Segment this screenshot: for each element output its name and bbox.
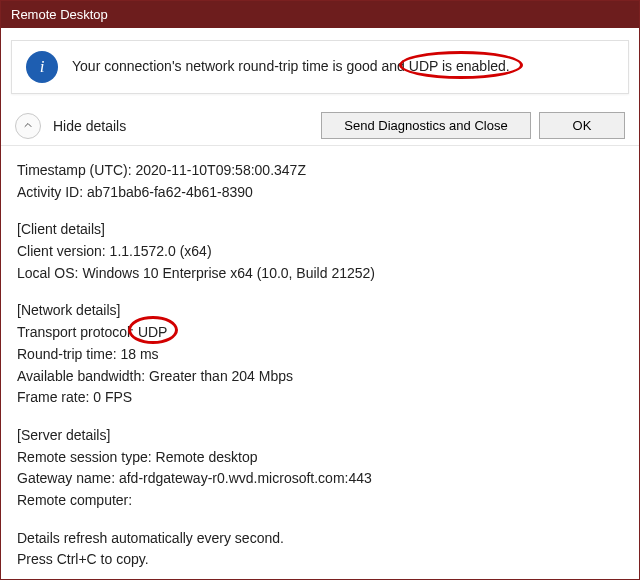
transport-protocol-label: Transport protocol: <box>17 324 138 340</box>
frame-rate-label: Frame rate: <box>17 389 93 405</box>
info-icon-glyph: i <box>40 57 45 77</box>
server-details-header: [Server details] <box>17 425 623 447</box>
network-details-header: [Network details] <box>17 300 623 322</box>
info-banner: i Your connection's network round-trip t… <box>11 40 629 94</box>
ok-button[interactable]: OK <box>539 112 625 139</box>
round-trip-time-label: Round-trip time: <box>17 346 120 362</box>
banner-text: Your connection's network round-trip tim… <box>72 57 510 77</box>
banner-text-highlight: UDP is enabled. <box>409 58 510 74</box>
details-pane: Timestamp (UTC): 2020-11-10T09:58:00.347… <box>1 146 639 579</box>
controls-row: Hide details Send Diagnostics and Close … <box>1 106 639 146</box>
timestamp-label: Timestamp (UTC): <box>17 162 135 178</box>
timestamp-value: 2020-11-10T09:58:00.347Z <box>135 162 305 178</box>
frame-rate-value: 0 FPS <box>93 389 132 405</box>
available-bandwidth-label: Available bandwidth: <box>17 368 149 384</box>
round-trip-time-value: 18 ms <box>120 346 158 362</box>
toggle-details-button[interactable] <box>15 113 41 139</box>
client-details-header: [Client details] <box>17 219 623 241</box>
chevron-up-icon <box>22 118 34 134</box>
copy-hint: Press Ctrl+C to copy. <box>17 549 623 571</box>
activity-id-value: ab71bab6-fa62-4b61-8390 <box>87 184 253 200</box>
gateway-name-label: Gateway name: <box>17 470 119 486</box>
titlebar: Remote Desktop <box>1 1 639 28</box>
available-bandwidth-value: Greater than 204 Mbps <box>149 368 293 384</box>
remote-session-type-label: Remote session type: <box>17 449 156 465</box>
remote-session-type-value: Remote desktop <box>156 449 258 465</box>
client-version-label: Client version: <box>17 243 110 259</box>
local-os-value: Windows 10 Enterprise x64 (10.0, Build 2… <box>82 265 375 281</box>
client-version-value: 1.1.1572.0 (x64) <box>110 243 212 259</box>
info-icon: i <box>26 51 58 83</box>
hide-details-link[interactable]: Hide details <box>53 118 126 134</box>
remote-computer-label: Remote computer: <box>17 492 132 508</box>
refresh-note: Details refresh automatically every seco… <box>17 528 623 550</box>
window: Remote Desktop i Your connection's netwo… <box>0 0 640 580</box>
window-title: Remote Desktop <box>11 7 108 22</box>
gateway-name-value: afd-rdgateway-r0.wvd.microsoft.com:443 <box>119 470 372 486</box>
local-os-label: Local OS: <box>17 265 82 281</box>
send-diagnostics-close-button[interactable]: Send Diagnostics and Close <box>321 112 531 139</box>
transport-protocol-value: UDP <box>138 324 168 340</box>
banner-text-before: Your connection's network round-trip tim… <box>72 58 409 74</box>
activity-id-label: Activity ID: <box>17 184 87 200</box>
